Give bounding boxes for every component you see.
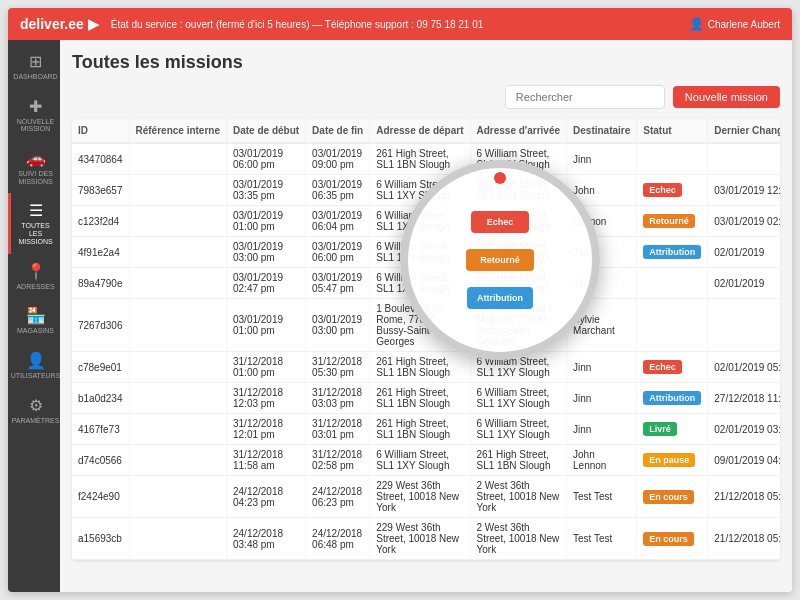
col-date-fin: Date de fin — [306, 119, 370, 143]
cell-date-debut: 03/01/2019 03:35 pm — [226, 175, 305, 206]
sidebar-label-suivi: SUIVI DES MISSIONS — [15, 170, 56, 185]
cell-id: 7267d306 — [72, 299, 129, 352]
table-header-row: ID Référence interne Date de début Date … — [72, 119, 780, 143]
cell-date-fin: 03/01/2019 05:47 pm — [306, 268, 370, 299]
logo-text: deliver.ee — [20, 16, 84, 32]
status-badge: Livré — [643, 422, 677, 436]
sidebar-item-parametres[interactable]: ⚙ PARAMÈTRES — [8, 388, 60, 433]
cell-destinataire: Test Test — [567, 518, 637, 560]
cell-date-fin: 31/12/2018 02:58 pm — [306, 445, 370, 476]
cell-statut: Retourné — [637, 206, 708, 237]
cell-id: a15693cb — [72, 518, 129, 560]
col-dernier-changement: Dernier Changement — [708, 119, 780, 143]
col-adresse-arrivee: Adresse d'arrivée — [470, 119, 567, 143]
cell-id: 89a4790e — [72, 268, 129, 299]
cell-id: c78e9e01 — [72, 352, 129, 383]
circle-attribution: Attribution — [467, 287, 533, 309]
cell-statut: En cours — [637, 476, 708, 518]
top-dot — [494, 172, 506, 184]
sidebar-label-utilisateurs: UTILISATEURS — [11, 372, 61, 380]
cell-dernier-changement: 02/01/2019 — [708, 237, 780, 268]
cell-adresse-arrivee: 6 William Street, SL1 1XY Slough — [470, 383, 567, 414]
sidebar-label-parametres: PARAMÈTRES — [12, 417, 60, 425]
cell-ref — [129, 383, 226, 414]
col-date-debut: Date de début — [226, 119, 305, 143]
cell-date-fin: 03/01/2019 06:04 pm — [306, 206, 370, 237]
cell-dernier-changement: 02/01/2019 — [708, 268, 780, 299]
sidebar-item-suivi[interactable]: 🚗 SUIVI DES MISSIONS — [8, 141, 60, 193]
sidebar-item-nouvelle-mission[interactable]: ✚ NOUVELLE MISSION — [8, 89, 60, 141]
cell-date-debut: 24/12/2018 04:23 pm — [226, 476, 305, 518]
status-badge: Retourné — [643, 214, 695, 228]
cell-adresse-depart: 261 High Street, SL1 1BN Slough — [370, 383, 470, 414]
status-text: État du service : ouvert (fermé d'ici 5 … — [111, 19, 689, 30]
sidebar-item-adresses[interactable]: 📍 ADRESSES — [8, 254, 60, 299]
cell-date-debut: 31/12/2018 11:58 am — [226, 445, 305, 476]
cell-id: 43470864 — [72, 143, 129, 175]
cell-adresse-depart: 229 West 36th Street, 10018 New York — [370, 476, 470, 518]
col-destinataire: Destinataire — [567, 119, 637, 143]
cell-adresse-depart: 6 William Street, SL1 1XY Slough — [370, 445, 470, 476]
cell-dernier-changement: 03/01/2019 12:18 pm — [708, 175, 780, 206]
cell-dernier-changement: 27/12/2018 11:59 am — [708, 383, 780, 414]
cell-id: 4167fe73 — [72, 414, 129, 445]
list-icon: ☰ — [29, 201, 43, 220]
col-adresse-depart: Adresse de départ — [370, 119, 470, 143]
cell-destinataire: Jinn — [567, 383, 637, 414]
cell-statut — [637, 299, 708, 352]
status-badge: En cours — [643, 532, 694, 546]
user-icon: 👤 — [689, 17, 704, 31]
status-badge: Attribution — [643, 391, 701, 405]
sidebar-item-magasins[interactable]: 🏪 MAGASINS — [8, 298, 60, 343]
cell-id: f2424e90 — [72, 476, 129, 518]
missions-table: ID Référence interne Date de début Date … — [72, 119, 780, 560]
cell-statut: Attribution — [637, 237, 708, 268]
sidebar-label-adresses: ADRESSES — [16, 283, 54, 291]
cell-statut — [637, 143, 708, 175]
cell-date-fin: 03/01/2019 06:35 pm — [306, 175, 370, 206]
sidebar-item-dashboard[interactable]: ⊞ DASHBOARD — [8, 44, 60, 89]
circle-badge-echec: Echec — [471, 211, 530, 233]
cell-dernier-changement: 09/01/2019 04:11 pm — [708, 445, 780, 476]
cell-adresse-depart: 261 High Street, SL1 1BN Slough — [370, 414, 470, 445]
cell-statut: Livré — [637, 414, 708, 445]
sidebar-item-toutes-missions[interactable]: ☰ TOUTES LES MISSIONS — [8, 193, 60, 253]
cell-id: c123f2d4 — [72, 206, 129, 237]
col-statut: Statut — [637, 119, 708, 143]
cell-date-debut: 03/01/2019 06:00 pm — [226, 143, 305, 175]
cell-destinataire: Jinn — [567, 143, 637, 175]
cell-ref — [129, 143, 226, 175]
user-info: 👤 Charlene Aubert — [689, 17, 780, 31]
cell-adresse-arrivee: 6 William Street, SL1 1XY Slough — [470, 414, 567, 445]
plus-icon: ✚ — [29, 97, 42, 116]
user-name: Charlene Aubert — [708, 19, 780, 30]
main-content: Toutes les missions Nouvelle mission ID … — [60, 40, 792, 592]
cell-date-fin: 03/01/2019 03:00 pm — [306, 299, 370, 352]
logo: deliver.ee ▶ — [20, 16, 99, 32]
store-icon: 🏪 — [26, 306, 46, 325]
search-input[interactable] — [505, 85, 665, 109]
cell-destinataire: Jinn — [567, 352, 637, 383]
status-badge: En pause — [643, 453, 695, 467]
cell-id: d74c0566 — [72, 445, 129, 476]
cell-date-fin: 31/12/2018 03:01 pm — [306, 414, 370, 445]
table-row: f2424e90 24/12/2018 04:23 pm 24/12/2018 … — [72, 476, 780, 518]
sidebar-item-utilisateurs[interactable]: 👤 UTILISATEURS — [8, 343, 60, 388]
cell-ref — [129, 175, 226, 206]
table-row: b1a0d234 31/12/2018 12:03 pm 31/12/2018 … — [72, 383, 780, 414]
cell-ref — [129, 299, 226, 352]
cell-date-debut: 24/12/2018 03:48 pm — [226, 518, 305, 560]
sidebar-label-toutes: TOUTES LES MISSIONS — [15, 222, 56, 245]
cell-date-fin: 24/12/2018 06:48 pm — [306, 518, 370, 560]
cell-date-fin: 31/12/2018 03:03 pm — [306, 383, 370, 414]
circle-badge-retourne: Retourné — [466, 249, 534, 271]
new-mission-button[interactable]: Nouvelle mission — [673, 86, 780, 108]
circle-badge-attribution: Attribution — [467, 287, 533, 309]
cell-date-debut: 31/12/2018 01:00 pm — [226, 352, 305, 383]
cell-dernier-changement: 02/01/2019 05:51 pm — [708, 352, 780, 383]
page-title: Toutes les missions — [72, 52, 780, 73]
cell-adresse-arrivee: 261 High Street, SL1 1BN Slough — [470, 445, 567, 476]
cell-date-debut: 03/01/2019 01:00 pm — [226, 299, 305, 352]
status-badge: En cours — [643, 490, 694, 504]
cell-ref — [129, 518, 226, 560]
